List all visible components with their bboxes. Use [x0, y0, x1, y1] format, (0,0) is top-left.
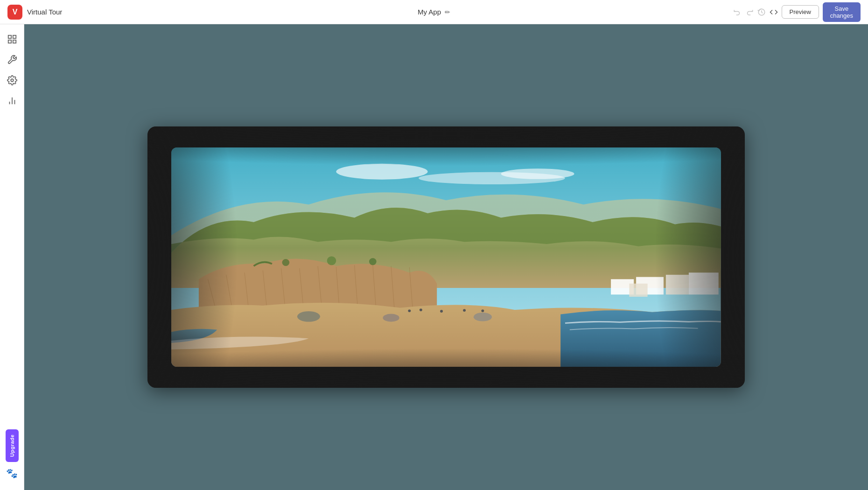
- svg-rect-17: [630, 283, 648, 296]
- svg-rect-1: [8, 35, 11, 38]
- history-button[interactable]: [757, 5, 766, 20]
- svg-point-12: [501, 168, 574, 179]
- upgrade-label: Upgrade: [9, 434, 15, 457]
- beach-scene: [171, 147, 721, 367]
- panoramic-image: [171, 147, 721, 367]
- svg-point-27: [327, 256, 336, 265]
- svg-rect-16: [689, 273, 719, 294]
- svg-point-23: [297, 311, 320, 322]
- panoramic-viewer: [147, 126, 745, 388]
- svg-point-21: [463, 309, 466, 312]
- app-title: Virtual Tour: [27, 8, 62, 16]
- paw-icon: 🐾: [5, 466, 20, 481]
- save-label: Save changes: [830, 5, 853, 19]
- upgrade-button[interactable]: Upgrade: [6, 429, 19, 462]
- svg-point-24: [383, 314, 399, 322]
- svg-point-19: [420, 308, 422, 311]
- sidebar-item-settings[interactable]: [3, 71, 21, 90]
- main-canvas: [24, 24, 868, 490]
- sidebar-item-pages[interactable]: [3, 30, 21, 49]
- scene-svg: [171, 147, 721, 367]
- header: V Virtual Tour My App ✏ Preview Save cha…: [0, 0, 868, 24]
- edit-icon[interactable]: ✏: [445, 8, 450, 16]
- svg-point-10: [336, 164, 427, 180]
- undo-button[interactable]: [733, 5, 742, 20]
- preview-label: Preview: [790, 8, 811, 15]
- logo: V: [7, 5, 22, 20]
- body: Upgrade 🐾: [0, 24, 868, 490]
- svg-rect-4: [13, 40, 15, 43]
- svg-rect-3: [8, 40, 11, 43]
- sidebar: Upgrade 🐾: [0, 24, 24, 490]
- sidebar-bottom: Upgrade 🐾: [5, 429, 20, 484]
- panoramic-frame: [147, 126, 745, 388]
- svg-point-5: [11, 79, 14, 82]
- header-center: My App ✏: [101, 8, 767, 16]
- header-left: V Virtual Tour: [7, 5, 101, 20]
- sidebar-item-tools[interactable]: [3, 50, 21, 69]
- svg-rect-15: [666, 275, 689, 294]
- redo-button[interactable]: [745, 5, 754, 20]
- svg-point-22: [482, 309, 484, 312]
- svg-point-18: [408, 309, 411, 312]
- logo-text: V: [13, 8, 18, 16]
- app-name-label: My App: [418, 8, 441, 16]
- svg-rect-2: [13, 35, 15, 38]
- preview-button[interactable]: Preview: [782, 5, 819, 19]
- svg-point-25: [474, 313, 492, 322]
- save-changes-button[interactable]: Save changes: [823, 2, 861, 22]
- svg-point-20: [440, 310, 443, 313]
- svg-point-26: [282, 259, 290, 266]
- header-right: Preview Save changes: [767, 2, 861, 22]
- svg-point-28: [369, 258, 377, 265]
- sidebar-item-analytics[interactable]: [3, 91, 21, 110]
- code-button[interactable]: [770, 5, 778, 20]
